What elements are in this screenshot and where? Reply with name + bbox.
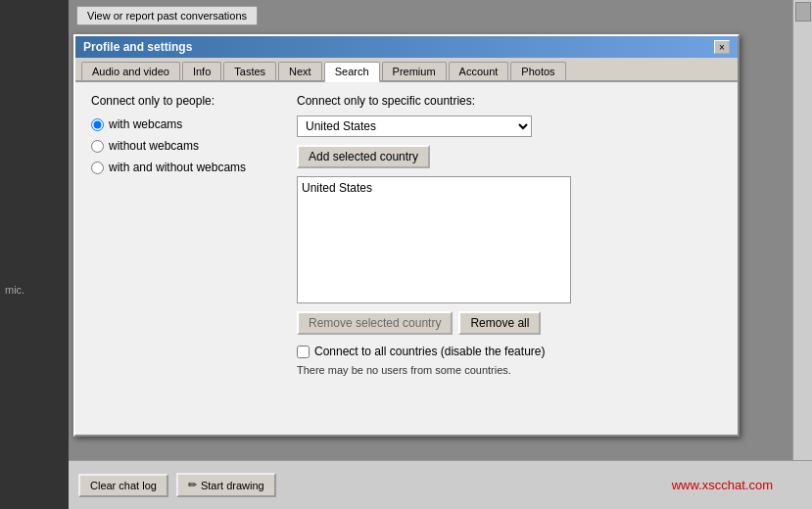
- with-and-without-webcams-radio[interactable]: [91, 162, 104, 174]
- left-sidebar: mic.: [0, 0, 69, 509]
- selected-countries-list[interactable]: United States: [297, 176, 571, 303]
- scrollbar-thumb[interactable]: [795, 2, 811, 22]
- right-scrollbar[interactable]: [792, 0, 812, 509]
- country-select-row: United States: [297, 116, 722, 137]
- right-column: Connect only to specific countries: Unit…: [297, 94, 722, 423]
- clear-chat-button[interactable]: Clear chat log: [78, 474, 168, 497]
- tab-premium[interactable]: Premium: [382, 62, 447, 80]
- country-dropdown[interactable]: United States: [297, 116, 532, 137]
- left-column: Connect only to people: with webcams wit…: [91, 94, 267, 423]
- with-webcams-label: with webcams: [109, 117, 182, 131]
- bottom-button-row: Remove selected country Remove all: [297, 311, 722, 335]
- connect-all-countries-checkbox[interactable]: [297, 346, 310, 358]
- brand-label: www.xscchat.com: [672, 478, 773, 492]
- page-footer: Clear chat log ✏ Start drawing www.xscch…: [69, 460, 812, 509]
- connect-countries-heading: Connect only to specific countries:: [297, 94, 722, 108]
- profile-settings-modal: Profile and settings × Audio and video I…: [73, 34, 740, 437]
- top-bar: View or report past conversations: [69, 0, 812, 31]
- modal-titlebar: Profile and settings ×: [75, 36, 738, 58]
- without-webcams-label: without webcams: [109, 139, 199, 153]
- connect-all-countries-row: Connect to all countries (disable the fe…: [297, 345, 722, 358]
- tab-bar: Audio and video Info Tastes Next Search …: [75, 58, 738, 82]
- start-drawing-label: Start drawing: [201, 480, 264, 491]
- remove-all-button[interactable]: Remove all: [458, 311, 541, 335]
- view-past-button[interactable]: View or report past conversations: [76, 6, 258, 25]
- webcam-radio-group: with webcams without webcams with and wi…: [91, 117, 267, 174]
- without-webcams-option[interactable]: without webcams: [91, 139, 267, 153]
- tab-search[interactable]: Search: [324, 62, 380, 82]
- remove-selected-button[interactable]: Remove selected country: [297, 311, 453, 335]
- tab-account[interactable]: Account: [449, 62, 509, 80]
- list-item: United States: [302, 179, 566, 197]
- notice-text: There may be no users from some countrie…: [297, 364, 722, 376]
- start-drawing-button[interactable]: ✏ Start drawing: [176, 473, 276, 497]
- tab-next[interactable]: Next: [278, 62, 322, 80]
- pencil-icon: ✏: [188, 479, 197, 491]
- modal-title: Profile and settings: [83, 40, 192, 54]
- modal-content: Connect only to people: with webcams wit…: [75, 82, 738, 435]
- tab-tastes[interactable]: Tastes: [223, 62, 276, 80]
- add-country-button[interactable]: Add selected country: [297, 145, 430, 168]
- tab-audio-and-video[interactable]: Audio and video: [81, 62, 180, 80]
- tab-photos[interactable]: Photos: [510, 62, 565, 80]
- mic-label: mic.: [5, 284, 24, 296]
- connect-people-heading: Connect only to people:: [91, 94, 267, 108]
- without-webcams-radio[interactable]: [91, 140, 104, 153]
- with-webcams-option[interactable]: with webcams: [91, 117, 267, 131]
- with-and-without-webcams-option[interactable]: with and without webcams: [91, 161, 267, 174]
- modal-close-button[interactable]: ×: [714, 40, 730, 54]
- connect-all-countries-label: Connect to all countries (disable the fe…: [314, 345, 545, 358]
- with-and-without-webcams-label: with and without webcams: [109, 161, 246, 174]
- tab-info[interactable]: Info: [182, 62, 221, 80]
- with-webcams-radio[interactable]: [91, 118, 104, 131]
